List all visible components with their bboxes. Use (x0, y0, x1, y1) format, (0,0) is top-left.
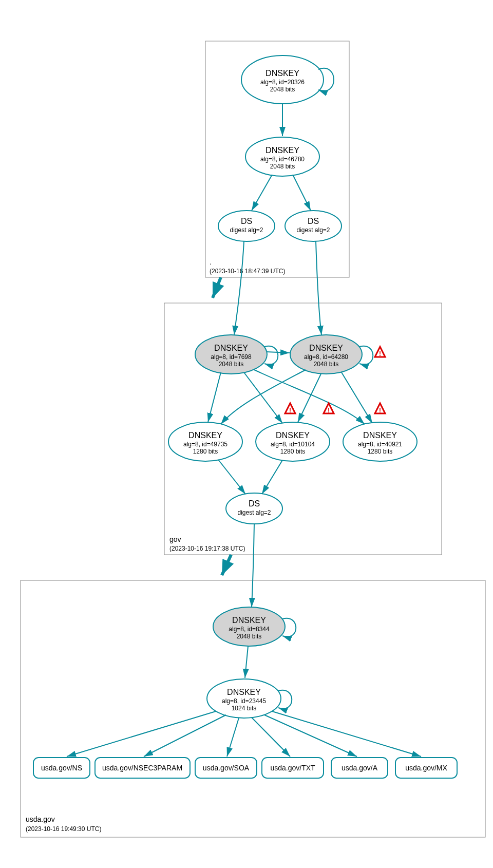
svg-text:!: ! (379, 407, 381, 414)
svg-text:DNSKEY: DNSKEY (266, 146, 299, 155)
edge-root-zsk-ds1 (252, 175, 272, 211)
svg-text:alg=8, id=64280: alg=8, id=64280 (304, 353, 348, 361)
svg-text:digest alg=2: digest alg=2 (230, 227, 263, 234)
svg-text:alg=8, id=40921: alg=8, id=40921 (358, 441, 402, 448)
edge-zsk-ns (67, 711, 216, 757)
rrset-ns: usda.gov/NS (33, 758, 90, 778)
svg-text:alg=8, id=8344: alg=8, id=8344 (229, 626, 270, 633)
edge-ds1-govksk1 (234, 241, 244, 335)
svg-text:1280 bits: 1280 bits (193, 448, 218, 455)
dnssec-chain-diagram: . (2023-10-16 18:47:39 UTC) DNSKEY alg=8… (10, 10, 493, 868)
svg-text:1280 bits: 1280 bits (368, 448, 393, 455)
svg-text:DS: DS (241, 217, 252, 225)
rrset-mx: usda.gov/MX (395, 758, 457, 778)
svg-text:usda.gov/NSEC3PARAM: usda.gov/NSEC3PARAM (102, 764, 182, 772)
svg-text:DS: DS (249, 499, 260, 508)
node-root-ds1: DS digest alg=2 (218, 211, 275, 241)
svg-text:2048 bits: 2048 bits (270, 86, 295, 93)
svg-text:alg=8, id=23445: alg=8, id=23445 (222, 697, 266, 705)
svg-text:DNSKEY: DNSKEY (309, 344, 343, 352)
zone-gov-label: gov (169, 535, 181, 543)
delegation-root-gov (213, 277, 221, 298)
edge-govds-usdaksk (252, 524, 254, 607)
rrset-nsec3param: usda.gov/NSEC3PARAM (95, 758, 190, 778)
rrset-a: usda.gov/A (331, 758, 388, 778)
edge-ds2-govksk2 (316, 241, 321, 335)
svg-text:!: ! (328, 407, 330, 414)
svg-text:1280 bits: 1280 bits (280, 448, 306, 455)
svg-text:alg=8, id=7698: alg=8, id=7698 (211, 353, 252, 361)
node-gov-ds: DS digest alg=2 (226, 493, 282, 524)
svg-text:alg=8, id=46780: alg=8, id=46780 (260, 156, 305, 163)
svg-text:2048 bits: 2048 bits (219, 361, 244, 368)
svg-text:alg=8, id=10104: alg=8, id=10104 (271, 441, 315, 448)
svg-point-39 (226, 493, 282, 524)
node-gov-ksk1: DNSKEY alg=8, id=7698 2048 bits (195, 335, 267, 374)
node-root-ds2: DS digest alg=2 (285, 211, 342, 241)
svg-text:usda.gov/TXT: usda.gov/TXT (270, 764, 315, 772)
rrset-soa: usda.gov/SOA (195, 758, 257, 778)
edge-zsk2-ds (262, 460, 282, 494)
svg-text:usda.gov/A: usda.gov/A (342, 764, 378, 772)
edge-ksk1-ksk2 (267, 352, 290, 353)
warning-icon: ! (375, 347, 385, 357)
edge-ksk1-zsk1 (208, 372, 221, 422)
svg-text:digest alg=2: digest alg=2 (296, 227, 330, 234)
edge-usda-ksk-zsk (245, 646, 248, 678)
zone-root-label: . (210, 258, 212, 266)
svg-text:digest alg=2: digest alg=2 (237, 509, 271, 516)
node-root-zsk: DNSKEY alg=8, id=46780 2048 bits (245, 137, 319, 176)
svg-text:DNSKEY: DNSKEY (214, 344, 248, 352)
node-root-ksk: DNSKEY alg=8, id=20326 2048 bits (241, 55, 324, 104)
svg-text:DS: DS (308, 217, 319, 225)
svg-text:DNSKEY: DNSKEY (363, 431, 397, 440)
zone-usda-label: usda.gov (26, 815, 55, 823)
svg-text:DNSKEY: DNSKEY (188, 431, 222, 440)
svg-text:DNSKEY: DNSKEY (276, 431, 310, 440)
svg-text:usda.gov/SOA: usda.gov/SOA (203, 764, 250, 772)
warning-icon: ! (375, 403, 385, 414)
node-gov-zsk2: DNSKEY alg=8, id=10104 1280 bits (256, 422, 330, 461)
svg-text:usda.gov/NS: usda.gov/NS (41, 764, 82, 772)
edge-root-zsk-ds2 (293, 175, 311, 211)
edge-zsk-soa (227, 718, 239, 757)
rrset-txt: usda.gov/TXT (262, 758, 324, 778)
svg-text:2048 bits: 2048 bits (270, 163, 295, 170)
delegation-gov-usda (222, 555, 231, 575)
svg-text:usda.gov/MX: usda.gov/MX (405, 764, 447, 772)
svg-text:1024 bits: 1024 bits (232, 705, 257, 712)
zone-usda-timestamp: (2023-10-16 19:49:30 UTC) (26, 825, 101, 833)
svg-text:!: ! (379, 350, 381, 357)
edge-zsk-a (264, 715, 357, 757)
node-gov-zsk1: DNSKEY alg=8, id=49735 1280 bits (168, 422, 242, 461)
svg-text:alg=8, id=20326: alg=8, id=20326 (260, 79, 305, 86)
svg-text:2048 bits: 2048 bits (237, 633, 262, 640)
edge-zsk1-ds (218, 460, 245, 494)
zone-gov-timestamp: (2023-10-16 19:17:38 UTC) (169, 545, 245, 552)
svg-text:DNSKEY: DNSKEY (266, 69, 299, 78)
node-gov-ksk2: DNSKEY alg=8, id=64280 2048 bits (290, 335, 362, 374)
svg-point-12 (285, 211, 342, 241)
svg-text:!: ! (289, 407, 291, 414)
svg-text:DNSKEY: DNSKEY (227, 688, 261, 696)
svg-text:2048 bits: 2048 bits (314, 361, 339, 368)
edge-ksk2-zsk3 (342, 372, 372, 423)
svg-text:alg=8, id=49735: alg=8, id=49735 (183, 441, 227, 448)
svg-text:DNSKEY: DNSKEY (232, 616, 266, 625)
node-gov-zsk3: DNSKEY alg=8, id=40921 1280 bits (343, 422, 417, 461)
node-usda-ksk: DNSKEY alg=8, id=8344 2048 bits (213, 607, 285, 646)
node-usda-zsk: DNSKEY alg=8, id=23445 1024 bits (207, 679, 281, 718)
edge-zsk-mx (272, 711, 421, 757)
svg-point-9 (218, 211, 275, 241)
zone-root-timestamp: (2023-10-16 18:47:39 UTC) (210, 268, 285, 275)
warning-icon: ! (285, 403, 295, 414)
